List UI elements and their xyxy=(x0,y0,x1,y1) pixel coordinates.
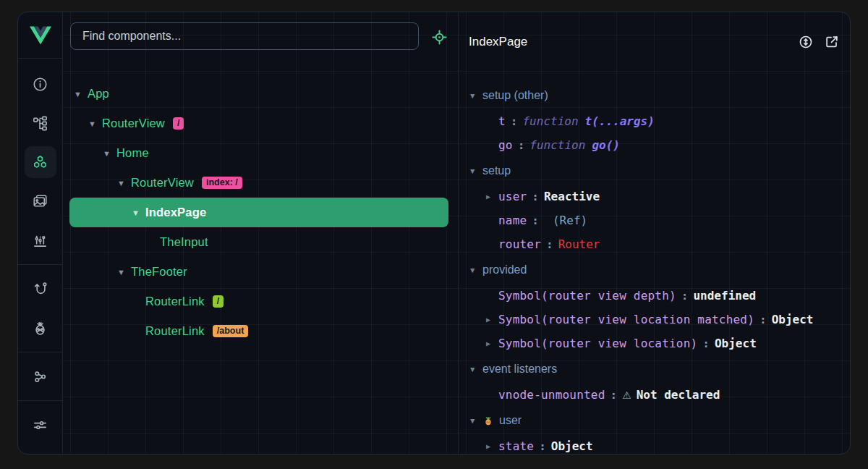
pinia-store-icon xyxy=(482,415,494,426)
property-row[interactable]: ▶Symbol(router view location):Object xyxy=(469,331,850,355)
caret-down-icon[interactable]: ▼ xyxy=(116,268,131,276)
sidebar-item-components[interactable] xyxy=(21,143,60,182)
section-label: user xyxy=(499,414,522,427)
component-name: RouterView xyxy=(102,117,165,130)
route-badge: index: / xyxy=(202,177,242,190)
sidebar-item-assets[interactable] xyxy=(21,182,60,221)
inspector-header: IndexPage xyxy=(459,12,850,72)
property-value: functiont(...args) xyxy=(522,114,654,128)
section-label: event listeners xyxy=(482,363,557,376)
colon-separator: : xyxy=(518,138,525,152)
function-keyword: function xyxy=(529,138,585,152)
property-row: Symbol(router view depth):undefined xyxy=(469,284,850,308)
component-name: IndexPage xyxy=(145,206,206,219)
property-value: Object xyxy=(715,337,757,350)
sidebar-item-graph[interactable] xyxy=(21,357,60,396)
components-tree-panel: ▼App▼RouterView/▼Home▼RouterViewindex: /… xyxy=(63,12,459,454)
sidebar-item-pinia[interactable] xyxy=(21,308,60,347)
pinia-icon xyxy=(25,312,56,344)
property-key: Symbol(router view depth) xyxy=(498,289,676,303)
caret-right-icon[interactable]: ▶ xyxy=(486,193,498,200)
open-in-editor-icon xyxy=(824,34,840,50)
sidebar-item-hierarchy[interactable] xyxy=(21,103,60,143)
sidebar-nav-group xyxy=(18,264,62,347)
caret-down-icon[interactable]: ▼ xyxy=(469,416,482,425)
caret-down-icon[interactable]: ▼ xyxy=(130,208,145,217)
component-name: RouterLink xyxy=(145,295,205,308)
assets-icon xyxy=(25,185,56,217)
router-icon xyxy=(25,273,56,305)
property-row: go:functiongo() xyxy=(469,133,850,157)
property-row[interactable]: ▶state:Object xyxy=(469,434,850,454)
open-in-editor-button[interactable] xyxy=(821,31,843,53)
tree-row-theinput[interactable]: TheInput xyxy=(69,227,448,257)
search-input[interactable] xyxy=(71,30,418,43)
section-label: provided xyxy=(482,263,527,276)
vue-logo[interactable] xyxy=(18,12,62,59)
colon-separator: : xyxy=(702,337,710,350)
caret-down-icon[interactable]: ▼ xyxy=(469,166,482,175)
route-badge: /about xyxy=(213,325,249,338)
caret-down-icon[interactable]: ▼ xyxy=(469,266,482,274)
property-row: router:Router xyxy=(469,232,850,256)
tree-row-indexpage[interactable]: ▼IndexPage xyxy=(69,198,448,227)
sidebar-nav xyxy=(18,59,62,444)
property-key: t xyxy=(498,114,506,128)
tree-row-routerview[interactable]: ▼RouterView/ xyxy=(69,109,448,138)
inspector-panel: IndexPage ▼setup (other)t:functiont(...a… xyxy=(459,12,850,454)
tree-row-routerview[interactable]: ▼RouterViewindex: / xyxy=(69,168,448,198)
search-box xyxy=(70,22,419,50)
property-key: state xyxy=(498,439,534,453)
vue-logo-icon xyxy=(30,26,51,45)
property-key: vnode-unmounted xyxy=(498,388,605,402)
component-tree: ▼App▼RouterView/▼Home▼RouterViewindex: /… xyxy=(63,70,458,346)
caret-down-icon[interactable]: ▼ xyxy=(116,179,131,187)
property-value: undefined xyxy=(693,289,756,303)
timeline-icon xyxy=(25,224,56,256)
caret-right-icon[interactable]: ▶ xyxy=(486,339,498,347)
property-row[interactable]: ▶Symbol(router view location matched):Ob… xyxy=(469,308,850,331)
sidebar-nav-group xyxy=(18,400,62,444)
tree-row-routerlink[interactable]: RouterLink/ xyxy=(69,287,448,316)
tree-row-thefooter[interactable]: ▼TheFooter xyxy=(69,257,448,287)
caret-down-icon[interactable]: ▼ xyxy=(469,365,482,373)
caret-right-icon[interactable]: ▶ xyxy=(486,316,498,324)
colon-separator: : xyxy=(546,237,553,251)
warning-icon: ⚠ xyxy=(622,389,631,401)
sidebar xyxy=(18,12,63,454)
scroll-to-component-button[interactable] xyxy=(795,31,817,53)
property-key: user xyxy=(498,190,527,203)
component-name: RouterView xyxy=(131,176,194,190)
caret-right-icon[interactable]: ▶ xyxy=(486,442,498,450)
caret-down-icon[interactable]: ▼ xyxy=(101,149,116,158)
inspect-component-button[interactable] xyxy=(431,29,448,46)
section-header-event-listeners[interactable]: ▼event listeners xyxy=(469,355,850,383)
tree-row-routerlink[interactable]: RouterLink/about xyxy=(69,316,448,346)
sidebar-item-router[interactable] xyxy=(21,269,60,308)
section-header-user[interactable]: ▼user xyxy=(469,407,850,434)
property-value: functiongo() xyxy=(529,138,620,152)
components-icon xyxy=(25,146,56,178)
property-key: go xyxy=(498,138,513,152)
property-row[interactable]: ▶user:Reactive xyxy=(469,185,850,208)
colon-separator: : xyxy=(511,114,518,128)
section-header-provided[interactable]: ▼provided xyxy=(469,256,850,284)
tree-row-app[interactable]: ▼App xyxy=(69,79,448,109)
section-header-setup-other-[interactable]: ▼setup (other) xyxy=(469,82,850,109)
property-value: (Ref) xyxy=(553,214,587,227)
section-header-setup[interactable]: ▼setup xyxy=(469,157,850,185)
sidebar-item-info[interactable] xyxy=(21,64,60,103)
function-signature: t(...args) xyxy=(585,114,655,128)
caret-down-icon[interactable]: ▼ xyxy=(72,90,88,98)
property-value: Router xyxy=(558,237,600,251)
tree-toolbar xyxy=(63,12,458,70)
sidebar-item-timeline[interactable] xyxy=(21,221,60,260)
component-name: TheInput xyxy=(160,235,208,249)
property-row: t:functiont(...args) xyxy=(469,109,850,133)
caret-down-icon[interactable]: ▼ xyxy=(87,119,102,128)
caret-down-icon[interactable]: ▼ xyxy=(469,91,482,100)
sidebar-item-settings[interactable] xyxy=(21,405,60,444)
inspector-body: ▼setup (other)t:functiont(...args)go:fun… xyxy=(459,72,850,454)
function-keyword: function xyxy=(522,114,578,128)
tree-row-home[interactable]: ▼Home xyxy=(69,138,448,168)
